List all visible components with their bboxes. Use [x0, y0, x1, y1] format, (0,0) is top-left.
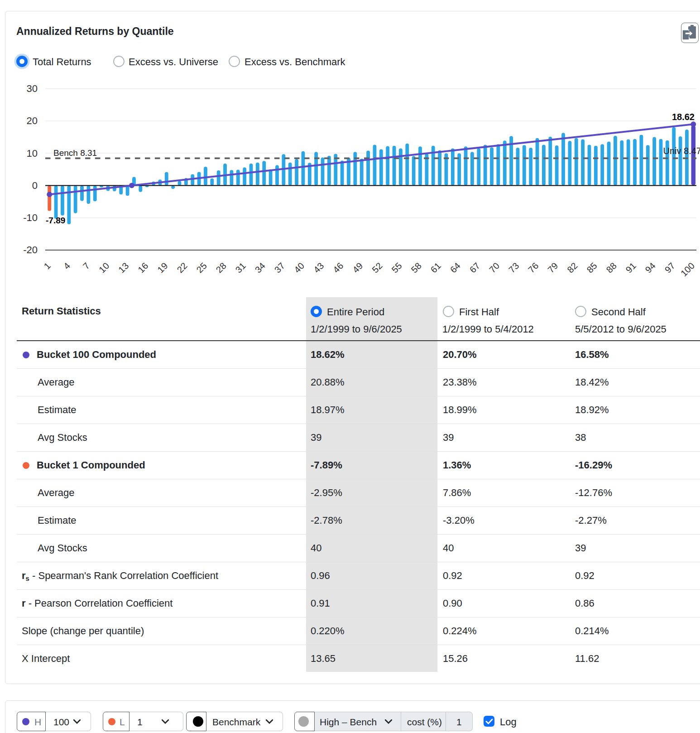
svg-text:43: 43: [312, 260, 326, 275]
svg-text:40: 40: [292, 260, 306, 275]
svg-text:28: 28: [214, 260, 228, 275]
svg-text:79: 79: [546, 260, 560, 275]
svg-text:61: 61: [429, 260, 443, 275]
svg-text:91: 91: [624, 260, 638, 275]
svg-text:46: 46: [331, 260, 345, 275]
svg-text:-7.89: -7.89: [46, 216, 65, 225]
svg-text:30: 30: [27, 83, 38, 94]
svg-text:7: 7: [81, 260, 91, 271]
svg-text:-20: -20: [23, 244, 38, 256]
svg-text:85: 85: [585, 260, 599, 275]
svg-text:34: 34: [253, 260, 267, 275]
svg-text:1: 1: [42, 260, 53, 271]
svg-text:49: 49: [350, 260, 364, 275]
svg-text:0: 0: [32, 180, 38, 191]
svg-text:70: 70: [487, 260, 501, 275]
svg-text:94: 94: [643, 260, 657, 275]
svg-text:19: 19: [155, 260, 169, 275]
svg-text:Bench 8.31: Bench 8.31: [53, 148, 97, 158]
svg-text:18.62: 18.62: [672, 112, 695, 122]
svg-text:64: 64: [448, 260, 462, 275]
svg-text:20: 20: [27, 115, 38, 126]
svg-text:4: 4: [62, 260, 72, 271]
svg-text:67: 67: [468, 260, 482, 275]
svg-text:Univ 8.47: Univ 8.47: [663, 146, 700, 156]
svg-text:13: 13: [116, 260, 130, 275]
svg-text:16: 16: [136, 260, 150, 275]
svg-text:10: 10: [97, 260, 111, 275]
svg-text:22: 22: [175, 260, 189, 275]
svg-text:88: 88: [604, 260, 618, 275]
svg-text:37: 37: [273, 260, 287, 275]
svg-text:10: 10: [27, 148, 38, 159]
svg-text:100: 100: [679, 260, 696, 278]
svg-text:73: 73: [507, 260, 521, 275]
svg-text:-10: -10: [23, 212, 38, 223]
svg-text:76: 76: [526, 260, 540, 275]
svg-text:97: 97: [663, 260, 677, 275]
svg-text:55: 55: [389, 260, 403, 275]
svg-text:58: 58: [409, 260, 423, 275]
svg-text:52: 52: [370, 260, 384, 275]
svg-text:31: 31: [234, 260, 248, 275]
svg-text:82: 82: [565, 260, 579, 275]
svg-text:25: 25: [195, 260, 209, 275]
